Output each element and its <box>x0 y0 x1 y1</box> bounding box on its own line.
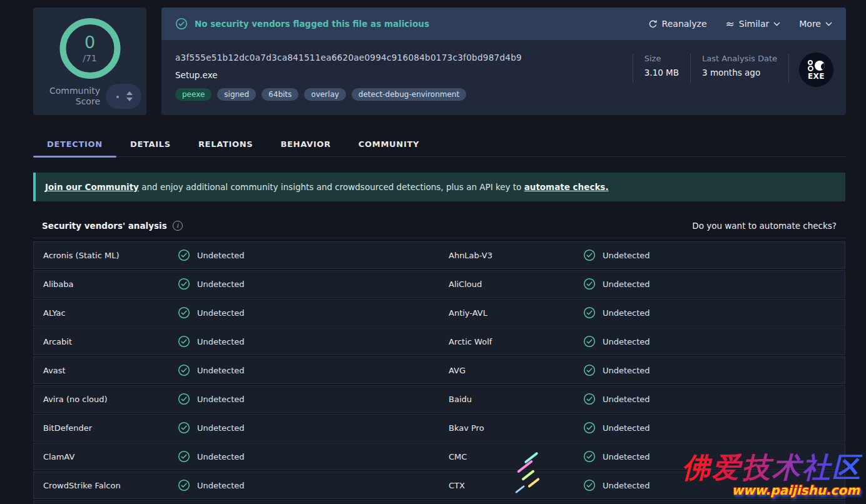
table-row: BitDefender Undetected Bkav Pro Undetect… <box>33 414 845 441</box>
check-circle-icon <box>178 278 190 290</box>
vendor-status: Undetected <box>178 479 245 491</box>
report-tabs: DETECTION DETAILS RELATIONS BEHAVIOR COM… <box>33 133 846 157</box>
vendor-status: Undetected <box>178 421 245 434</box>
vendor-status: Undetected <box>583 249 650 261</box>
automate-checks-link[interactable]: automate checks. <box>524 182 609 192</box>
table-row: ALYac Undetected Antiy-AVL Undetected <box>33 299 845 326</box>
virustotal-file-report-page: 0 /71 Community Score <box>0 0 866 504</box>
info-icon[interactable]: i <box>173 221 183 231</box>
vendors-analysis-header: Security vendors' analysis i Do you want… <box>33 213 845 238</box>
check-circle-icon <box>178 364 190 376</box>
verdict-banner: No security vendors flagged this file as… <box>161 8 846 40</box>
vote-dot-icon <box>116 96 119 98</box>
vendor-name: AliCloud <box>439 280 583 289</box>
vendor-name: ALYac <box>34 308 178 318</box>
join-community-link[interactable]: Join our Community <box>45 182 139 192</box>
vendor-name: ClamAV <box>34 452 178 461</box>
chevron-down-icon <box>773 22 780 26</box>
vendor-status: Undetected <box>583 479 650 491</box>
check-circle-icon <box>178 306 190 319</box>
vendor-name: CMC <box>439 452 583 461</box>
check-circle-icon <box>583 450 596 463</box>
table-row: Alibaba Undetected AliCloud Undetected <box>33 270 845 298</box>
chevron-down-icon <box>825 22 832 26</box>
check-circle-icon <box>178 335 190 348</box>
vendor-name: Baidu <box>439 395 583 404</box>
refresh-icon <box>648 19 658 29</box>
vendor-status: Undetected <box>178 306 245 319</box>
community-score-label: Community Score <box>49 86 100 108</box>
vote-down-icon[interactable] <box>126 98 133 101</box>
table-row-partial <box>33 500 845 504</box>
community-vote-widget[interactable] <box>106 84 141 109</box>
vendor-status: Undetected <box>583 393 650 405</box>
detection-score-ring: 0 /71 <box>59 18 120 79</box>
tab-behavior[interactable]: BEHAVIOR <box>267 133 344 156</box>
community-banner-text: and enjoy additional community insights … <box>139 182 524 192</box>
vendor-name: Arcabit <box>34 337 178 346</box>
tab-community[interactable]: COMMUNITY <box>345 133 433 156</box>
community-score-card: 0 /71 Community Score <box>33 8 146 115</box>
tab-relations[interactable]: RELATIONS <box>185 133 267 156</box>
vendor-status: Undetected <box>583 364 650 376</box>
table-row: Arcabit Undetected Arctic Wolf Undetecte… <box>33 328 845 355</box>
vendor-status: Undetected <box>178 335 245 348</box>
vendor-status: Undetected <box>178 278 245 290</box>
last-analysis-label: Last Analysis Date <box>702 54 777 63</box>
vendor-name: Alibaba <box>34 280 178 289</box>
vendor-name: Avast <box>34 366 178 375</box>
more-button[interactable]: More <box>799 19 832 29</box>
header-row: 0 /71 Community Score <box>33 8 846 115</box>
check-circle-icon <box>583 421 596 434</box>
gear-icon <box>808 60 825 71</box>
check-circle-icon <box>175 18 188 30</box>
tag-peexe[interactable]: peexe <box>175 88 211 101</box>
file-name: Setup.exe <box>175 70 633 80</box>
check-circle-icon <box>583 393 596 405</box>
vendor-name: Bkav Pro <box>439 423 583 433</box>
verdict-message: No security vendors flagged this file as… <box>195 19 429 29</box>
automate-checks-prompt[interactable]: Do you want to automate checks? <box>692 221 837 231</box>
table-row: CrowdStrike Falcon Undetected CTX Undete… <box>33 471 845 499</box>
tag-signed[interactable]: signed <box>217 88 256 101</box>
vendor-name: CTX <box>439 481 583 490</box>
tag-overlay[interactable]: overlay <box>304 88 346 101</box>
vendor-name: Avira (no cloud) <box>34 395 178 404</box>
filetype-exe-badge: EXE <box>799 53 833 87</box>
tag-detect-debug-environment[interactable]: detect-debug-environment <box>352 88 466 101</box>
vendor-status: Undetected <box>583 278 650 290</box>
similar-button[interactable]: ≈ Similar <box>726 19 781 29</box>
vendors-table: Acronis (Static ML) Undetected AhnLab-V3… <box>33 241 845 504</box>
banner-actions: Reanalyze ≈ Similar More <box>648 19 832 29</box>
check-circle-icon <box>583 249 596 261</box>
vendor-status: Undetected <box>178 249 245 261</box>
last-analysis-block: Last Analysis Date 3 months ago <box>691 53 788 78</box>
reanalyze-button[interactable]: Reanalyze <box>648 19 707 29</box>
table-row: Acronis (Static ML) Undetected AhnLab-V3… <box>33 241 845 269</box>
check-circle-icon <box>178 249 190 261</box>
vendor-status: Undetected <box>583 335 650 348</box>
last-analysis-value: 3 months ago <box>702 68 777 78</box>
table-row: Avira (no cloud) Undetected Baidu Undete… <box>33 385 845 413</box>
tab-details[interactable]: DETAILS <box>116 133 185 156</box>
detection-score-value: 0 <box>84 34 95 51</box>
tab-detection[interactable]: DETECTION <box>33 133 116 156</box>
size-value: 3.10 MB <box>644 68 679 78</box>
check-circle-icon <box>583 278 596 290</box>
table-row: ClamAV Undetected CMC Undetected <box>33 443 845 470</box>
vendor-status: Undetected <box>178 364 245 376</box>
vendor-name: BitDefender <box>34 423 178 433</box>
vendor-name: AhnLab-V3 <box>439 251 583 260</box>
check-circle-icon <box>178 393 190 405</box>
vendor-status: Undetected <box>583 306 650 319</box>
file-meta: Size 3.10 MB Last Analysis Date 3 months… <box>633 53 833 108</box>
vendor-status: Undetected <box>583 450 650 463</box>
vote-up-icon[interactable] <box>126 91 133 95</box>
vendor-name: AVG <box>439 366 583 375</box>
vendor-name: Arctic Wolf <box>439 337 583 346</box>
detection-score-total: /71 <box>83 53 97 63</box>
score-footer: Community Score <box>49 84 141 109</box>
file-identity: a3f555e51b12dc0a7d3ca841511ea6620ae0994c… <box>175 53 633 108</box>
join-community-banner: Join our Community and enjoy additional … <box>33 173 845 201</box>
tag-64bits[interactable]: 64bits <box>262 88 298 101</box>
